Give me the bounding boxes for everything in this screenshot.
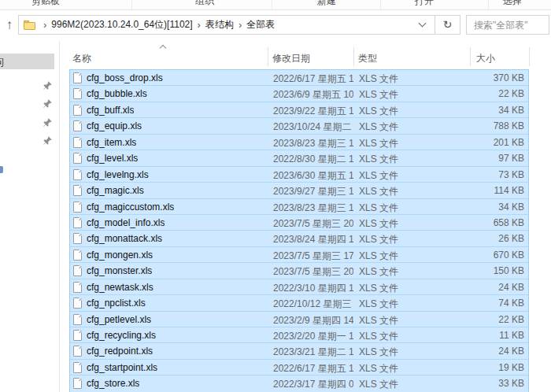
file-size: 19 KB xyxy=(498,362,524,373)
file-date-modified: 2022/8/30 星期二 16:... xyxy=(273,153,353,166)
file-size: 73 KB xyxy=(498,169,524,180)
breadcrumb-segment-middle[interactable]: 表结构 xyxy=(205,18,234,31)
file-date-modified: 2023/2/9 星期四 14:04 xyxy=(273,314,353,327)
file-size: 670 KB xyxy=(494,250,524,261)
breadcrumb-segment-current[interactable]: 全部表 xyxy=(246,18,275,31)
pin-icon[interactable] xyxy=(43,134,52,142)
file-size: 114 KB xyxy=(494,185,524,196)
file-row[interactable]: cfg_boss_drop.xls 2022/6/17 星期五 11:... X… xyxy=(70,70,528,86)
file-size: 34 KB xyxy=(498,105,524,116)
file-name: cfg_startpoint.xls xyxy=(87,362,157,373)
file-name: cfg_newtask.xls xyxy=(87,282,153,293)
file-name: cfg_item.xls xyxy=(87,137,136,148)
file-row[interactable]: cfg_magiccustom.xls 2023/8/23 星期三 14:...… xyxy=(70,199,528,215)
file-date-modified: 2023/6/30 星期五 13:... xyxy=(273,169,353,183)
file-type: XLS 文件 xyxy=(359,298,398,311)
file-date-modified: 2022/6/17 星期五 17:... xyxy=(273,362,353,375)
file-type: XLS 文件 xyxy=(359,378,398,391)
search-input[interactable] xyxy=(466,15,549,35)
file-type: XLS 文件 xyxy=(359,265,398,279)
file-document-icon xyxy=(73,265,82,276)
file-document-icon xyxy=(73,233,82,244)
file-size: 370 KB xyxy=(494,72,524,83)
cropped-icon-fragment xyxy=(0,166,3,173)
file-date-modified: 2023/3/21 星期二 10:... xyxy=(273,346,353,359)
ribbon-group-new: 新建 xyxy=(317,0,336,8)
up-arrow-button[interactable]: ↑ xyxy=(2,16,17,35)
file-row[interactable]: cfg_equip.xls 2023/10/24 星期二 1... XLS 文件… xyxy=(70,118,528,134)
folder-icon xyxy=(24,20,35,30)
file-row[interactable]: cfg_petlevel.xls 2023/2/9 星期四 14:04 XLS … xyxy=(70,312,528,327)
file-document-icon xyxy=(73,72,82,83)
file-name: cfg_monattack.xls xyxy=(87,233,162,244)
file-date-modified: 2022/6/17 星期五 11:... xyxy=(273,72,353,86)
file-row[interactable]: cfg_item.xls 2023/8/23 星期三 11:... XLS 文件… xyxy=(70,135,528,150)
file-name: cfg_levelng.xls xyxy=(87,169,149,180)
file-document-icon xyxy=(73,105,82,116)
file-type: XLS 文件 xyxy=(359,105,398,118)
file-name: cfg_magiccustom.xls xyxy=(87,202,174,213)
file-row[interactable]: cfg_redpoint.xls 2023/3/21 星期二 10:... XL… xyxy=(70,343,528,359)
column-divider[interactable] xyxy=(529,47,530,66)
file-row[interactable]: cfg_monattack.xls 2023/8/24 星期四 16:... X… xyxy=(70,231,528,246)
address-dropdown-chevron-icon[interactable] xyxy=(419,20,427,28)
file-date-modified: 2023/6/9 星期五 10:31 xyxy=(273,88,353,102)
file-document-icon xyxy=(73,314,82,325)
file-row[interactable]: cfg_npclist.xls 2022/10/12 星期三 2... XLS … xyxy=(70,295,528,311)
ribbon-group-organize: 组织 xyxy=(195,0,214,8)
refresh-button[interactable]: ↻ xyxy=(435,15,460,35)
file-date-modified: 2023/7/5 星期三 20:26 xyxy=(273,217,353,231)
file-size: 24 KB xyxy=(498,282,524,293)
file-document-icon xyxy=(73,202,82,213)
file-row[interactable]: cfg_startpoint.xls 2022/6/17 星期五 17:... … xyxy=(70,360,528,375)
file-row[interactable]: cfg_level.xls 2022/8/30 星期二 16:... XLS 文… xyxy=(70,150,528,166)
file-name: cfg_equip.xls xyxy=(87,120,142,131)
column-divider[interactable] xyxy=(353,47,354,66)
file-type: XLS 文件 xyxy=(359,153,398,166)
column-header-name[interactable]: 名称 xyxy=(72,52,91,65)
ribbon-group-select: 选择 xyxy=(503,0,522,8)
address-bar[interactable]: › 996M2(2023.10.24.0_64位)[1102] › 表结构 › … xyxy=(18,15,435,35)
breadcrumb-segment-root[interactable]: 996M2(2023.10.24.0_64位)[1102] xyxy=(51,18,192,31)
file-row[interactable]: cfg_levelng.xls 2023/6/30 星期五 13:... XLS… xyxy=(70,167,528,183)
file-document-icon xyxy=(73,153,82,164)
file-row[interactable]: cfg_monster.xls 2023/7/5 星期三 20:26 XLS 文… xyxy=(70,263,528,279)
column-header-type[interactable]: 类型 xyxy=(358,52,377,65)
file-row[interactable]: cfg_mongen.xls 2023/7/5 星期三 17:10 XLS 文件… xyxy=(70,247,528,263)
file-date-modified: 2023/7/5 星期三 17:10 xyxy=(273,250,353,263)
file-size: 22 KB xyxy=(498,88,524,99)
file-row[interactable]: cfg_buff.xls 2023/9/22 星期五 13:... XLS 文件… xyxy=(70,102,528,118)
file-size: 788 KB xyxy=(494,120,524,131)
sidebar-item-quick-access[interactable]: 问 xyxy=(0,54,54,69)
file-document-icon xyxy=(73,282,82,293)
column-header-date[interactable]: 修改日期 xyxy=(272,52,310,65)
file-type: XLS 文件 xyxy=(359,346,398,359)
ribbon-separator xyxy=(131,0,132,9)
column-header-size[interactable]: 大小 xyxy=(476,52,495,65)
file-row[interactable]: cfg_store.xls 2022/3/17 星期四 0:05 XLS 文件 … xyxy=(70,375,528,391)
file-type: XLS 文件 xyxy=(359,250,398,263)
pin-icon[interactable] xyxy=(43,116,52,124)
file-name: cfg_magic.xls xyxy=(87,185,144,196)
file-type: XLS 文件 xyxy=(359,202,398,215)
file-date-modified: 2022/3/10 星期四 18:... xyxy=(273,282,353,295)
pin-icon[interactable] xyxy=(43,79,52,87)
file-size: 22 KB xyxy=(498,314,524,325)
file-row[interactable]: cfg_model_info.xls 2023/7/5 星期三 20:26 XL… xyxy=(70,215,528,231)
ribbon-separator xyxy=(272,0,272,9)
file-size: 74 KB xyxy=(498,298,524,309)
file-row[interactable]: cfg_recycling.xls 2023/2/20 星期一 17:... X… xyxy=(70,327,528,343)
file-row[interactable]: cfg_bubble.xls 2023/6/9 星期五 10:31 XLS 文件… xyxy=(70,86,528,102)
file-date-modified: 2023/2/20 星期一 17:... xyxy=(273,330,353,343)
pin-icon[interactable] xyxy=(43,97,52,105)
file-document-icon xyxy=(73,120,82,131)
file-document-icon xyxy=(73,185,82,196)
file-size: 11 KB xyxy=(499,330,524,341)
file-row[interactable]: cfg_magic.xls 2023/9/27 星期三 16:... XLS 文… xyxy=(70,183,528,198)
file-row[interactable]: cfg_newtask.xls 2022/3/10 星期四 18:... XLS… xyxy=(70,279,528,295)
column-divider[interactable] xyxy=(268,47,268,66)
file-name: cfg_buff.xls xyxy=(87,105,134,116)
column-divider[interactable] xyxy=(470,47,471,66)
file-type: XLS 文件 xyxy=(359,169,398,183)
pane-divider xyxy=(59,41,60,392)
